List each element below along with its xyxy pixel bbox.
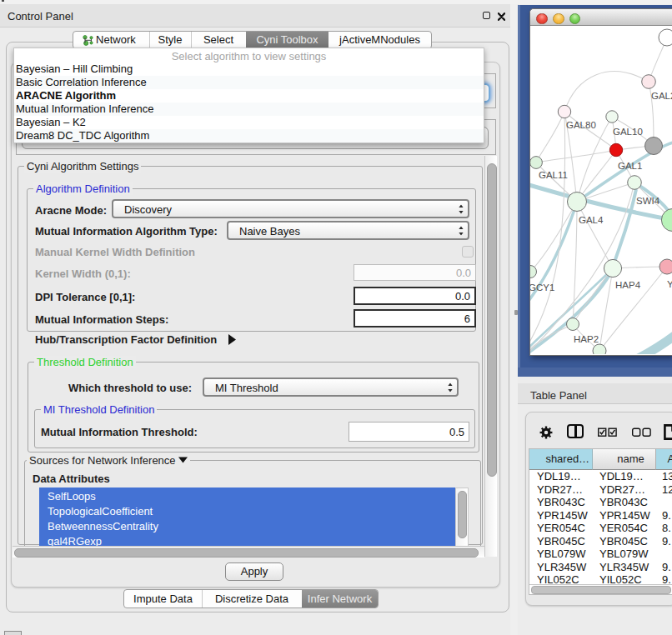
svg-text:HAP4: HAP4 — [615, 280, 641, 290]
svg-text:Y: Y — [667, 279, 672, 289]
svg-text:GAL80: GAL80 — [566, 120, 596, 130]
svg-text:GAL1: GAL1 — [618, 161, 642, 171]
svg-text:GCY1: GCY1 — [530, 282, 554, 292]
svg-text:GAL10: GAL10 — [613, 127, 643, 137]
svg-text:GAL4: GAL4 — [579, 215, 604, 225]
svg-text:SWI4: SWI4 — [636, 196, 660, 206]
svg-text:HAP2: HAP2 — [574, 334, 599, 344]
svg-text:GAL2: GAL2 — [651, 91, 672, 101]
svg-text:GAL11: GAL11 — [539, 170, 568, 180]
